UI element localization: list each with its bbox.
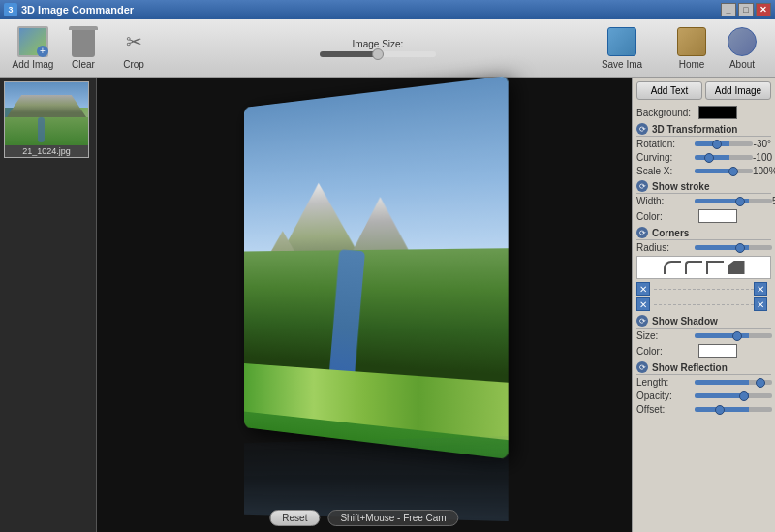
corners-section-header: ⟳ Corners	[636, 227, 771, 240]
reflection-opacity-slider[interactable]	[695, 393, 772, 398]
save-image-label: Save Ima	[602, 59, 642, 70]
titlebar-title: 3D Image Commander	[21, 4, 721, 16]
scene	[244, 76, 509, 459]
stroke-title: Show stroke	[652, 181, 709, 192]
right-panel: Add Text Add Image Background: ⟳ 3D Tran…	[632, 78, 775, 532]
corner-style-1[interactable]	[664, 261, 681, 274]
window-controls: _ □ ✕	[721, 3, 771, 16]
home-label: Home	[679, 59, 705, 70]
corner-checkbox-bl[interactable]: ✕	[636, 297, 650, 311]
scale-x-row: Scale X: 100%	[636, 166, 771, 176]
home-icon	[676, 26, 707, 57]
background-color-swatch[interactable]	[698, 106, 737, 119]
about-icon	[727, 26, 758, 57]
transformation-section-header: ⟳ 3D Transformation	[636, 123, 771, 137]
stroke-width-row: Width: 5px	[636, 196, 771, 206]
corner-checkbox-tl[interactable]: ✕	[636, 282, 650, 296]
corner-style-3[interactable]	[706, 261, 724, 274]
curving-value: -100	[753, 152, 772, 163]
canvas-content	[97, 78, 632, 532]
close-button[interactable]: ✕	[756, 3, 771, 16]
crop-button[interactable]: ✂ Crop	[108, 22, 159, 74]
add-image-button[interactable]: Add Imag	[8, 22, 58, 74]
stroke-color-swatch[interactable]	[698, 209, 737, 223]
corner-style-4[interactable]	[728, 261, 745, 274]
crop-label: Crop	[123, 59, 144, 70]
image-size-slider-container	[320, 51, 436, 57]
reflection-section-header: ⟳ Show Reflection	[636, 361, 771, 375]
clear-button[interactable]: Clear	[58, 22, 108, 74]
scale-x-value: 100%	[753, 166, 775, 176]
camera-info: Shift+Mouse - Free Cam	[327, 510, 458, 526]
reflection-offset-row: Offset:	[636, 404, 771, 415]
corner-style-2[interactable]	[685, 261, 702, 274]
thumbnail-item[interactable]: 21_1024.jpg	[4, 81, 89, 158]
reflection-length-label: Length:	[636, 377, 695, 388]
curving-label: Curving:	[636, 152, 695, 163]
shadow-color-row: Color:	[636, 344, 771, 358]
reflection-opacity-label: Opacity:	[636, 391, 695, 401]
save-image-button[interactable]: Save Ima	[597, 22, 647, 74]
rotation-slider[interactable]	[695, 141, 753, 146]
about-label: About	[729, 59, 755, 70]
image-size-slider[interactable]	[320, 51, 436, 57]
curving-slider[interactable]	[695, 155, 753, 160]
rotation-value: -30°	[754, 139, 771, 149]
rotation-row: Rotation: -30°	[636, 139, 771, 149]
stroke-width-label: Width:	[636, 196, 695, 206]
stroke-icon: ⟳	[636, 180, 648, 192]
reflection-opacity-row: Opacity:	[636, 391, 771, 401]
crop-icon: ✂	[118, 26, 149, 57]
minimize-button[interactable]: _	[721, 3, 736, 16]
add-image-label: Add Imag	[13, 59, 54, 70]
bottom-bar: Reset Shift+Mouse - Free Cam	[269, 510, 458, 526]
reflection-length-row: Length:	[636, 377, 771, 388]
shadow-size-label: Size:	[636, 330, 695, 341]
corner-divider-1	[654, 289, 754, 290]
background-label: Background:	[636, 108, 695, 118]
reflection-offset-slider[interactable]	[695, 407, 772, 412]
clear-label: Clear	[72, 59, 95, 70]
stroke-section-header: ⟳ Show stroke	[636, 180, 771, 194]
shadow-size-slider[interactable]	[695, 333, 772, 338]
background-row: Background:	[636, 106, 771, 119]
corner-checkbox-br[interactable]: ✕	[754, 297, 767, 311]
corners-radius-slider[interactable]	[695, 245, 772, 250]
image-reflection	[244, 436, 509, 521]
image-display	[229, 93, 500, 517]
scale-x-label: Scale X:	[636, 166, 695, 176]
corners-icon: ⟳	[636, 227, 648, 238]
panel-top-buttons: Add Text Add Image	[636, 81, 771, 100]
reset-button[interactable]: Reset	[269, 510, 320, 526]
home-button[interactable]: Home	[666, 22, 717, 74]
about-button[interactable]: About	[717, 22, 767, 74]
add-image-panel-button[interactable]: Add Image	[705, 81, 771, 100]
reflection-length-slider[interactable]	[695, 380, 772, 385]
shadow-color-swatch[interactable]	[698, 344, 737, 358]
thumbnail-sidebar: 21_1024.jpg	[0, 78, 97, 532]
stroke-color-label: Color:	[636, 211, 695, 222]
toolbar: Add Imag Clear ✂ Crop Image Size: Save I…	[0, 19, 775, 78]
corners-radius-row: Radius:	[636, 242, 771, 253]
shadow-size-row: Size:	[636, 330, 771, 341]
rotation-label: Rotation:	[636, 139, 695, 149]
thumbnail-label: 21_1024.jpg	[5, 145, 88, 157]
corner-checkbox-tr[interactable]: ✕	[754, 282, 767, 296]
shadow-icon: ⟳	[636, 315, 648, 327]
curving-row: Curving: -100	[636, 152, 771, 163]
image-3d-inner	[244, 76, 509, 459]
shadow-title: Show Shadow	[652, 316, 718, 327]
shadow-color-label: Color:	[636, 346, 695, 357]
image-3d	[229, 93, 500, 442]
add-text-button[interactable]: Add Text	[636, 81, 702, 100]
add-image-icon	[17, 26, 48, 57]
maximize-button[interactable]: □	[738, 3, 754, 16]
shadow-section-header: ⟳ Show Shadow	[636, 315, 771, 329]
stroke-color-row: Color:	[636, 209, 771, 223]
thumbnail-image	[5, 82, 88, 145]
app-icon: 3	[4, 3, 17, 16]
scale-x-slider[interactable]	[695, 169, 753, 173]
reflection-title: Show Reflection	[652, 362, 728, 373]
stroke-width-slider[interactable]	[695, 199, 772, 203]
save-image-icon	[606, 26, 637, 57]
